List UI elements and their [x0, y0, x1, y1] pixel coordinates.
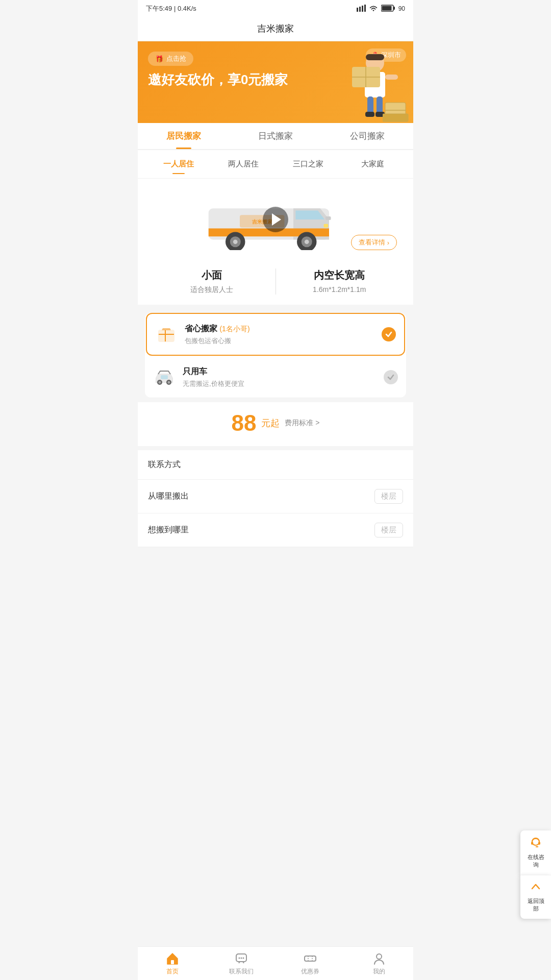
svg-point-38 [159, 381, 161, 384]
svg-rect-33 [324, 224, 329, 228]
service-card-car[interactable]: 只用车 无需搬运,价格更便宜 [145, 357, 406, 398]
form-row-to[interactable]: 想搬到哪里 楼层 [138, 513, 413, 547]
svg-rect-5 [393, 7, 395, 10]
vehicle-section: 吉米搬家 查看详情 › [138, 179, 413, 260]
svg-rect-2 [362, 6, 363, 12]
service-xinxin-text: 省心搬家 (1名小哥) 包搬包运省心搬 [185, 324, 382, 346]
vehicle-dimensions-section: 内空长宽高 1.6m*1.2m*1.1m [281, 268, 398, 295]
svg-point-29 [305, 239, 309, 244]
form-row-from[interactable]: 从哪里搬出 楼层 [138, 480, 413, 513]
subtab-three-person[interactable]: 三口之家 [276, 155, 340, 173]
price-standard[interactable]: 费用标准 > [285, 419, 319, 428]
service-xinxin-name: 省心搬家 (1名小哥) [185, 324, 382, 334]
status-bar: 下午5:49 | 0.4K/s 90 [138, 0, 413, 17]
tab-residential[interactable]: 居民搬家 [138, 123, 230, 149]
vehicle-info: 小面 适合独居人士 内空长宽高 1.6m*1.2m*1.1m [138, 260, 413, 309]
car-icon [153, 366, 176, 388]
banner: 📍 深圳市 🎁 点击抢 邀好友砍价，享0元搬家 [138, 41, 413, 123]
tab-japanese[interactable]: 日式搬家 [230, 123, 321, 149]
vehicle-name-section: 小面 适合独居人士 [153, 268, 270, 295]
svg-rect-0 [357, 8, 358, 12]
service-car-text: 只用车 无需搬运,价格更便宜 [183, 366, 384, 388]
price-amount: 88 [231, 410, 256, 436]
package-icon [155, 323, 178, 346]
video-play-button[interactable] [263, 207, 288, 232]
category-tabs: 居民搬家 日式搬家 公司搬家 [138, 123, 413, 150]
form-suffix-to[interactable]: 楼层 [374, 523, 403, 537]
svg-rect-13 [365, 112, 374, 117]
wifi-icon [369, 5, 378, 13]
svg-rect-21 [383, 114, 408, 121]
svg-point-26 [233, 239, 238, 244]
vehicle-desc: 适合独居人士 [153, 285, 270, 295]
svg-rect-3 [364, 5, 366, 12]
form-suffix-from[interactable]: 楼层 [374, 489, 403, 504]
subtab-one-person[interactable]: 一人居住 [146, 155, 211, 173]
sub-tabs: 一人居住 两人居住 三口之家 大家庭 [138, 150, 413, 179]
svg-rect-34 [159, 330, 174, 341]
form-section: 联系方式 从哪里搬出 楼层 想搬到哪里 楼层 [138, 450, 413, 547]
service-car-check[interactable] [384, 370, 398, 384]
chevron-right-icon: › [387, 239, 389, 247]
vehicle-dimensions-label: 内空长宽高 [281, 268, 398, 282]
service-car-name: 只用车 [183, 366, 384, 377]
form-label-to: 想搬到哪里 [148, 525, 374, 535]
service-card-xinxin[interactable]: 省心搬家 (1名小哥) 包搬包运省心搬 [146, 313, 405, 356]
svg-rect-12 [377, 96, 383, 114]
svg-point-40 [168, 381, 170, 384]
svg-rect-18 [366, 54, 384, 60]
price-section: 88 元起 费用标准 > [138, 402, 413, 450]
service-xinxin-desc: 包搬包运省心搬 [185, 336, 382, 346]
gift-icon: 🎁 [155, 55, 163, 63]
app-title: 吉米搬家 [257, 23, 294, 34]
signal-icon [357, 5, 366, 13]
service-car-desc: 无需搬运,价格更便宜 [183, 379, 384, 388]
status-icons: 90 [357, 5, 405, 13]
svg-rect-1 [359, 7, 361, 12]
vehicle-name: 小面 [153, 268, 270, 282]
service-xinxin-check[interactable] [382, 327, 396, 341]
vertical-divider [276, 268, 276, 295]
svg-rect-10 [385, 75, 398, 80]
subtab-two-person[interactable]: 两人居住 [211, 155, 276, 173]
battery-icon [381, 5, 395, 13]
svg-rect-41 [161, 375, 168, 379]
form-row-contact[interactable]: 联系方式 [138, 450, 413, 480]
service-section: 省心搬家 (1名小哥) 包搬包运省心搬 只用车 无需搬运,价格更便宜 [145, 313, 406, 398]
form-label-from: 从哪里搬出 [148, 491, 374, 502]
price-unit: 元起 [261, 417, 280, 429]
battery-percent: 90 [398, 5, 405, 12]
vehicle-dimensions: 1.6m*1.2m*1.1m [281, 285, 398, 293]
subtab-big-family[interactable]: 大家庭 [340, 155, 405, 173]
detail-button[interactable]: 查看详情 › [351, 235, 397, 250]
title-bar: 吉米搬家 [138, 17, 413, 41]
form-label-contact: 联系方式 [148, 459, 403, 470]
play-triangle-icon [272, 213, 281, 226]
banner-grab-button[interactable]: 🎁 点击抢 [148, 52, 193, 66]
svg-rect-32 [325, 216, 331, 220]
svg-rect-11 [367, 96, 373, 114]
tab-company[interactable]: 公司搬家 [321, 123, 413, 149]
status-time: 下午5:49 | 0.4K/s [146, 4, 196, 13]
box-stack-icon [383, 97, 413, 123]
svg-rect-6 [382, 6, 391, 10]
vehicle-image: 吉米搬家 查看详情 › [146, 189, 405, 250]
